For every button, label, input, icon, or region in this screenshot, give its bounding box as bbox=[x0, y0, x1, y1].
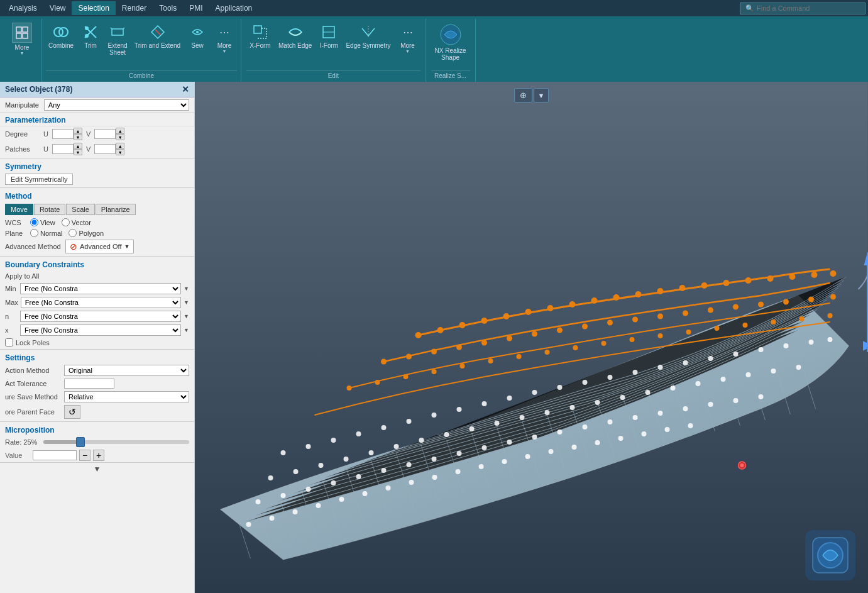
edge-symmetry-button[interactable]: Edge Symmetry bbox=[343, 20, 393, 51]
value-minus-button[interactable]: − bbox=[79, 450, 91, 461]
normal-radio[interactable] bbox=[30, 229, 38, 237]
degree-v-up[interactable]: ▲ bbox=[116, 128, 124, 134]
patches-v-down[interactable]: ▼ bbox=[116, 149, 124, 155]
degree-u-input[interactable]: 3 bbox=[52, 129, 74, 139]
advanced-off-button[interactable]: ⊘ Advanced Off ▼ bbox=[65, 240, 134, 253]
lock-poles-row: Lock Poles bbox=[0, 337, 194, 348]
patches-u-up[interactable]: ▲ bbox=[74, 143, 82, 149]
combine-button[interactable]: Combine bbox=[46, 20, 76, 51]
sew-button[interactable]: Sew bbox=[185, 20, 210, 51]
nx-realize-icon bbox=[438, 22, 463, 47]
more-left-button[interactable]: More ▼ bbox=[6, 20, 38, 58]
svg-point-99 bbox=[294, 469, 299, 474]
view-dropdown-button[interactable]: ▼ bbox=[534, 88, 549, 103]
view-radio[interactable] bbox=[30, 218, 38, 226]
tab-pmi[interactable]: PMI bbox=[183, 1, 209, 15]
degree-label: Degree bbox=[5, 130, 40, 138]
adv-dropdown-arrow: ▼ bbox=[124, 243, 129, 250]
slider-container bbox=[43, 437, 189, 447]
degree-u-down[interactable]: ▼ bbox=[74, 134, 82, 140]
combine-label: Combine bbox=[48, 42, 74, 49]
svg-point-98 bbox=[268, 475, 273, 480]
more-edit-button[interactable]: ⋯ More ▼ bbox=[395, 20, 420, 55]
find-command-input[interactable] bbox=[757, 4, 860, 12]
orient-button[interactable]: ⊕ bbox=[514, 88, 532, 103]
svg-point-92 bbox=[708, 356, 713, 361]
normal-radio-label[interactable]: Normal bbox=[30, 229, 62, 237]
manipulate-select[interactable]: Any bbox=[44, 99, 189, 111]
x-constraint-select[interactable]: Free (No Constra bbox=[20, 324, 181, 336]
vector-radio-label[interactable]: Vector bbox=[62, 218, 91, 226]
svg-point-160 bbox=[688, 423, 693, 428]
edit-group-label: Edit bbox=[246, 70, 420, 80]
patches-u-down[interactable]: ▼ bbox=[74, 149, 82, 155]
tab-rotate[interactable]: Rotate bbox=[34, 204, 65, 215]
svg-point-58 bbox=[375, 380, 380, 385]
tab-selection[interactable]: Selection bbox=[72, 1, 115, 15]
lock-poles-checkbox[interactable] bbox=[5, 338, 13, 346]
adv-method-row: Advanced Method ⊘ Advanced Off ▼ bbox=[0, 238, 194, 255]
slider-thumb[interactable] bbox=[76, 437, 85, 447]
more-combine-button[interactable]: ⋯ More ▼ bbox=[212, 20, 237, 55]
extend-sheet-button[interactable]: ExtendSheet bbox=[105, 20, 130, 58]
svg-point-113 bbox=[646, 390, 651, 395]
match-edge-button[interactable]: Match Edge bbox=[276, 20, 314, 51]
min-constraint-select[interactable]: Free (No Constra bbox=[20, 283, 181, 294]
svg-point-75 bbox=[281, 450, 286, 455]
polygon-radio[interactable] bbox=[69, 229, 77, 237]
match-edge-label: Match Edge bbox=[278, 42, 312, 49]
find-command-box[interactable]: 🔍 bbox=[740, 3, 865, 14]
degree-v-down[interactable]: ▼ bbox=[116, 134, 124, 140]
trim-extend-label: Trim and Extend bbox=[135, 42, 180, 49]
vector-radio[interactable] bbox=[62, 218, 70, 226]
tab-planarize[interactable]: Planarize bbox=[96, 204, 136, 215]
svg-point-133 bbox=[583, 424, 588, 430]
n-constraint-select[interactable]: Free (No Constra bbox=[20, 311, 181, 322]
tab-view[interactable]: View bbox=[43, 1, 72, 15]
svg-point-119 bbox=[796, 365, 801, 370]
svg-point-31 bbox=[701, 282, 708, 289]
tab-render[interactable]: Render bbox=[116, 1, 153, 15]
tolerance-label: Act Tolerance bbox=[5, 380, 62, 387]
tab-analysis[interactable]: Analysis bbox=[3, 1, 43, 15]
x-label: x bbox=[5, 326, 18, 334]
tab-move[interactable]: Move bbox=[5, 204, 33, 215]
more-combine-label: More bbox=[217, 42, 232, 49]
degree-u-up[interactable]: ▲ bbox=[74, 128, 82, 134]
ribbon: Analysis View Selection Render Tools PMI… bbox=[0, 0, 868, 82]
view-radio-label[interactable]: View bbox=[30, 218, 55, 226]
nx-realize-button[interactable]: NX RealizeShape bbox=[431, 20, 470, 63]
patches-v-up[interactable]: ▲ bbox=[116, 143, 124, 149]
trim-button[interactable]: Trim bbox=[78, 20, 103, 51]
patches-u-input[interactable]: 48 bbox=[52, 144, 74, 154]
min-label: Min bbox=[5, 285, 18, 292]
iform-button[interactable]: I-Form bbox=[316, 20, 341, 51]
tab-application[interactable]: Application bbox=[209, 1, 259, 15]
close-icon[interactable]: ✕ bbox=[182, 84, 189, 94]
edit-symmetrically-button[interactable]: Edit Symmetrically bbox=[5, 174, 73, 185]
svg-point-105 bbox=[444, 432, 449, 437]
lock-poles-label[interactable]: Lock Poles bbox=[5, 338, 189, 346]
n-arrow: ▼ bbox=[184, 313, 189, 319]
polygon-radio-label[interactable]: Polygon bbox=[69, 229, 104, 237]
save-method-select[interactable]: Relative bbox=[64, 391, 189, 402]
svg-point-97 bbox=[828, 337, 833, 342]
svg-point-65 bbox=[573, 345, 578, 350]
trim-extend-button[interactable]: Trim and Extend bbox=[132, 20, 183, 51]
restore-face-button[interactable]: ↺ bbox=[64, 405, 80, 419]
degree-v-input[interactable]: 3 bbox=[94, 129, 116, 139]
action-method-select[interactable]: Original bbox=[64, 365, 189, 376]
max-constraint-select[interactable]: Free (No Constra bbox=[21, 297, 181, 308]
tolerance-input[interactable]: 0.0100 bbox=[64, 379, 114, 389]
scene-svg bbox=[195, 82, 868, 593]
tab-tools[interactable]: Tools bbox=[153, 1, 183, 15]
scroll-down-arrow[interactable]: ▼ bbox=[0, 462, 194, 475]
patches-v-input[interactable]: 24 bbox=[94, 144, 116, 154]
xform-button[interactable]: X-Form bbox=[246, 20, 274, 51]
nx-realize-label: NX RealizeShape bbox=[435, 47, 466, 61]
svg-point-127 bbox=[432, 457, 437, 462]
svg-point-33 bbox=[745, 277, 752, 284]
value-input[interactable]: 1.0000 bbox=[33, 450, 77, 460]
value-plus-button[interactable]: + bbox=[93, 450, 104, 461]
tab-scale[interactable]: Scale bbox=[66, 204, 95, 215]
